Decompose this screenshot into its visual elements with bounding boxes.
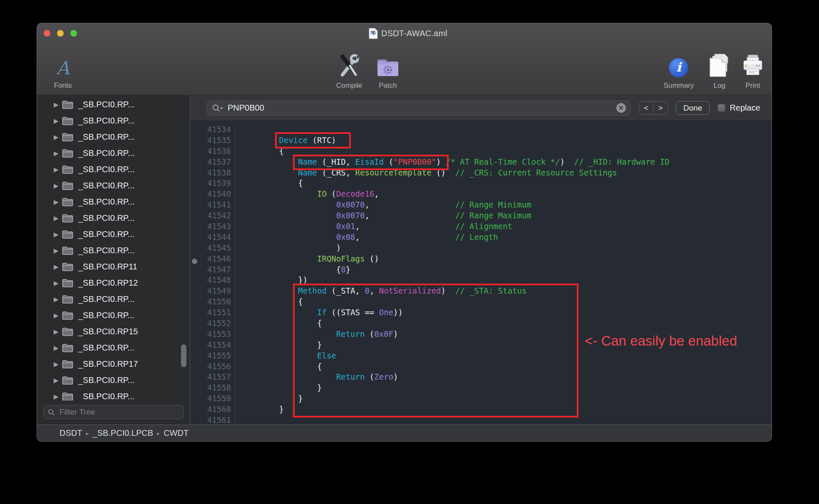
disclosure-triangle-icon[interactable]: ▶	[54, 198, 62, 206]
sidebar-item[interactable]: ▶_SB.PCI0.RP11	[37, 259, 190, 275]
sidebar-item[interactable]: ▶_SB.PCI0.RP...	[37, 129, 190, 145]
disclosure-triangle-icon[interactable]: ▶	[54, 247, 62, 254]
disclosure-triangle-icon[interactable]: ▶	[54, 133, 62, 141]
code-line[interactable]: 41538 Name (_CRS, ResourceTemplate () //…	[190, 168, 772, 178]
code-line[interactable]: 41551 If ((STAS == One))	[190, 307, 772, 318]
filter-tree-input[interactable]	[59, 407, 179, 417]
code-line[interactable]: 41559 }	[190, 393, 772, 404]
print-printer-icon	[741, 54, 764, 77]
disclosure-triangle-icon[interactable]: ▶	[54, 150, 62, 157]
sidebar-item[interactable]: ▶_SB.PCI0.RP...	[37, 307, 190, 324]
disclosure-triangle-icon[interactable]: ▶	[54, 231, 62, 238]
close-button[interactable]	[44, 30, 50, 37]
disclosure-triangle-icon[interactable]: ▶	[54, 361, 62, 368]
code-line[interactable]: 41544 0x08, // Length	[190, 232, 772, 243]
disclosure-triangle-icon[interactable]: ▶	[54, 263, 62, 271]
disclosure-triangle-icon[interactable]: ▶	[54, 377, 62, 384]
sidebar-item[interactable]: ▶_SB.PCI0.RP...	[37, 388, 190, 400]
find-previous-button[interactable]: <	[639, 101, 653, 114]
code-line[interactable]: 41556 {	[190, 361, 772, 372]
line-number: 41546	[190, 254, 235, 264]
sidebar-item[interactable]: ▶_SB.PCI0.RP...	[37, 113, 190, 129]
splitter-handle-icon[interactable]	[192, 259, 197, 264]
line-number: 41558	[190, 383, 235, 393]
clear-search-icon[interactable]: ✕	[616, 103, 626, 113]
disclosure-triangle-icon[interactable]: ▶	[54, 279, 62, 287]
print-button[interactable]: Print	[741, 52, 764, 90]
tree-list[interactable]: ▶_SB.PCI0.RP...▶_SB.PCI0.RP...▶_SB.PCI0.…	[37, 95, 190, 400]
compile-tools-icon	[338, 53, 361, 77]
disclosure-triangle-icon[interactable]: ▶	[54, 296, 62, 303]
titlebar[interactable]: DSDT-AWAC.aml	[37, 23, 772, 43]
code-line[interactable]: 41547 {8}	[190, 264, 772, 275]
code-line[interactable]: 41541 0x0070, // Range Minimum	[190, 200, 772, 210]
code-line[interactable]: 41539 {	[190, 178, 772, 189]
code-line[interactable]: 41543 0x01, // Alignment	[190, 221, 772, 232]
sidebar-item[interactable]: ▶_SB.PCI0.RP15	[37, 324, 190, 340]
sidebar-scrollbar[interactable]	[181, 344, 186, 367]
minimize-button[interactable]	[57, 30, 64, 37]
code-line[interactable]: 41536 {	[190, 146, 772, 157]
maciasl-window: DSDT-AWAC.aml A Fonts	[37, 23, 772, 442]
sidebar-item[interactable]: ▶_SB.PCI0.RP...	[37, 96, 190, 113]
code-line[interactable]: 41548 })	[190, 275, 772, 286]
sidebar-item[interactable]: ▶_SB.PCI0.RP...	[37, 210, 190, 226]
code-line[interactable]: 41550 {	[190, 296, 772, 307]
code-line[interactable]: 41561	[190, 415, 772, 425]
filter-tree-box[interactable]	[43, 405, 184, 419]
breadcrumb-item[interactable]: _SB.PCI0.LPCB	[92, 428, 153, 438]
code-line[interactable]: 41552 {	[190, 318, 772, 329]
sidebar-item[interactable]: ▶_SB.PCI0.RP...	[37, 194, 190, 210]
replace-checkbox[interactable]	[717, 104, 725, 112]
code-line[interactable]: 41549 Method (_STA, 0, NotSerialized) //…	[190, 286, 772, 296]
patch-label: Patch	[379, 82, 397, 90]
code-line[interactable]: 41535 Device (RTC)	[190, 135, 772, 146]
find-field[interactable]: ✕	[207, 101, 630, 116]
folder-icon	[62, 116, 73, 125]
code-line[interactable]: 41537 Name (_HID, EisaId ("PNP0B00") /* …	[190, 157, 772, 168]
sidebar-item[interactable]: ▶_SB.PCI0.RP...	[37, 291, 190, 307]
code-line[interactable]: 41560 }	[190, 404, 772, 415]
breadcrumb-item[interactable]: CWDT	[164, 428, 189, 438]
disclosure-triangle-icon[interactable]: ▶	[54, 393, 62, 400]
code-line[interactable]: 41545 )	[190, 243, 772, 254]
code-line[interactable]: 41540 IO (Decode16,	[190, 189, 772, 200]
sidebar-item[interactable]: ▶_SB.PCI0.RP...	[37, 372, 190, 388]
zoom-button[interactable]	[70, 30, 77, 37]
disclosure-triangle-icon[interactable]: ▶	[54, 312, 62, 319]
sidebar-item[interactable]: ▶_SB.PCI0.RP...	[37, 340, 190, 356]
disclosure-triangle-icon[interactable]: ▶	[54, 182, 62, 190]
log-button[interactable]: Log	[709, 52, 730, 90]
code-line[interactable]: 41542 0x0070, // Range Maximum	[190, 210, 772, 221]
patch-button[interactable]: Patch	[376, 52, 400, 90]
sidebar-item[interactable]: ▶_SB.PCI0.RP17	[37, 356, 190, 372]
code-editor[interactable]: 4153441535 Device (RTC)41536 {41537 Name…	[190, 121, 772, 425]
sidebar: ▶_SB.PCI0.RP...▶_SB.PCI0.RP...▶_SB.PCI0.…	[37, 95, 190, 425]
sidebar-item[interactable]: ▶_SB.PCI0.RP...	[37, 178, 190, 194]
disclosure-triangle-icon[interactable]: ▶	[54, 166, 62, 173]
breadcrumb-item[interactable]: DSDT	[60, 428, 82, 438]
folder-icon	[62, 214, 73, 222]
disclosure-triangle-icon[interactable]: ▶	[54, 215, 62, 222]
fonts-button[interactable]: A Fonts	[54, 52, 72, 90]
disclosure-triangle-icon[interactable]: ▶	[54, 344, 62, 352]
sidebar-item[interactable]: ▶_SB.PCI0.RP...	[37, 226, 190, 242]
disclosure-triangle-icon[interactable]: ▶	[54, 101, 62, 109]
summary-button[interactable]: i Summary	[664, 52, 694, 90]
sidebar-item[interactable]: ▶_SB.PCI0.RP...	[37, 242, 190, 259]
code-line[interactable]: 41557 Return (Zero)	[190, 372, 772, 383]
code-line[interactable]: 41534	[190, 124, 772, 135]
disclosure-triangle-icon[interactable]: ▶	[54, 328, 62, 336]
find-next-button[interactable]: >	[653, 101, 668, 114]
sidebar-item[interactable]: ▶_SB.PCI0.RP...	[37, 161, 190, 178]
code-line[interactable]: 41558 }	[190, 383, 772, 393]
done-button[interactable]: Done	[676, 101, 710, 115]
sidebar-item[interactable]: ▶_SB.PCI0.RP12	[37, 275, 190, 291]
code-line[interactable]: 41555 Else	[190, 351, 772, 361]
find-input[interactable]	[227, 103, 613, 113]
disclosure-triangle-icon[interactable]: ▶	[54, 117, 62, 125]
compile-button[interactable]: Compile	[336, 52, 362, 90]
sidebar-item-label: _SB.PCI0.RP...	[78, 294, 134, 304]
sidebar-item[interactable]: ▶_SB.PCI0.RP...	[37, 145, 190, 161]
code-line[interactable]: 41546 IRQNoFlags ()	[190, 254, 772, 264]
